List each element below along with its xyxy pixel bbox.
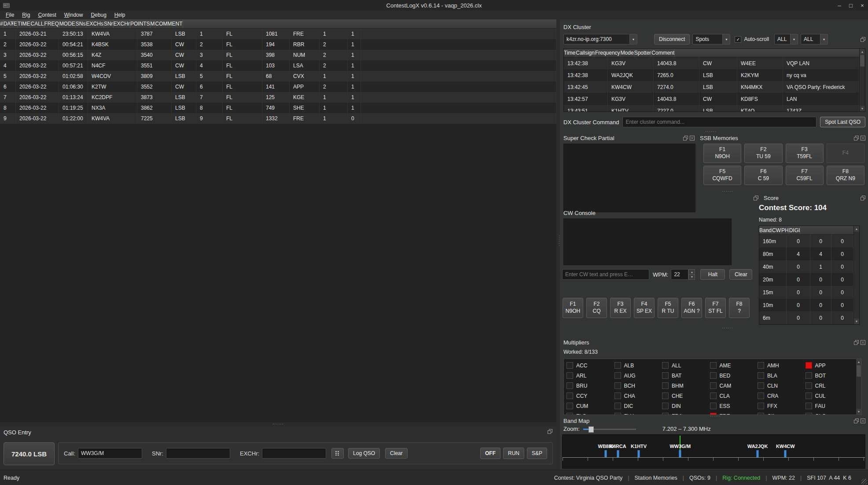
scrollbar[interactable]: ▲ ▼ xyxy=(853,226,859,324)
multiplier-item[interactable]: CRL xyxy=(805,381,853,391)
multiplier-item[interactable]: BHM xyxy=(662,381,710,391)
multiplier-checkbox[interactable] xyxy=(758,392,764,399)
spot-callsign[interactable]: K1HTV xyxy=(631,444,647,449)
ssb-memory-button[interactable]: F1 N9OH xyxy=(703,144,741,163)
spinner-down-icon[interactable]: ▼ xyxy=(688,275,695,280)
scroll-down-icon[interactable]: ▼ xyxy=(854,318,859,324)
multiplier-item[interactable]: ESS xyxy=(710,401,758,411)
column-header[interactable]: TIME xyxy=(18,19,31,28)
column-header[interactable]: POINTS xyxy=(130,19,151,28)
multiplier-item[interactable]: FAU xyxy=(805,401,853,411)
multiplier-item[interactable]: CHE xyxy=(662,391,710,401)
multiplier-item[interactable]: DIC xyxy=(614,401,662,411)
cw-memory-button[interactable]: F4 SP EX xyxy=(634,298,655,318)
column-header[interactable]: Mode xyxy=(621,49,634,57)
snr-input[interactable] xyxy=(166,448,230,459)
multiplier-item[interactable]: ALB xyxy=(614,360,662,370)
multiplier-checkbox[interactable] xyxy=(566,392,573,399)
column-header[interactable]: Callsign xyxy=(576,49,595,57)
multiplier-checkbox[interactable] xyxy=(662,382,669,389)
multiplier-checkbox[interactable] xyxy=(566,372,573,379)
popout-icon[interactable] xyxy=(683,136,688,141)
table-row[interactable]: 8 2026-03-22 01:19:25 NX3A 3862 LSB 8 FL… xyxy=(0,103,556,113)
multiplier-checkbox[interactable] xyxy=(566,382,573,389)
multiplier-checkbox[interactable] xyxy=(614,403,621,409)
spot-marker[interactable] xyxy=(679,450,681,457)
ssb-memory-button[interactable]: F2 TU 59 xyxy=(744,144,782,163)
column-header[interactable]: EXCHs xyxy=(86,19,104,28)
table-row[interactable]: 3 2026-03-22 00:56:15 K4Z 3540 CW 3 FL 3… xyxy=(0,50,556,60)
column-header[interactable]: SNr xyxy=(104,19,114,28)
multiplier-item[interactable]: CLA xyxy=(710,391,758,401)
multiplier-checkbox[interactable] xyxy=(805,403,812,409)
sp-mode-button[interactable]: S&P xyxy=(527,448,547,459)
spot-callsign[interactable]: K4RCA xyxy=(610,444,626,449)
table-row[interactable]: 4 2026-03-22 00:57:21 N4CF 3551 CW 4 FL … xyxy=(0,60,556,71)
horizontal-splitter[interactable]: ······ xyxy=(0,422,556,426)
table-row[interactable]: 1 2026-03-21 23:50:13 KW4VA 3787 LSB 1 F… xyxy=(0,29,556,39)
multiplier-item[interactable]: ARL xyxy=(566,370,614,381)
table-row[interactable]: 9 2026-03-22 01:22:00 KW4VA 7225 LSB 9 F… xyxy=(0,113,556,124)
close-icon[interactable] xyxy=(690,136,695,141)
band-map-canvas[interactable]: WB8RI K4RCA K1HTV WW3G/M xyxy=(562,434,865,469)
run-mode-button[interactable]: RUN xyxy=(503,448,524,459)
entry-clear-button[interactable]: Clear xyxy=(385,448,408,459)
spot-callsign[interactable]: WW3G/M xyxy=(669,444,691,449)
menu-item[interactable]: Help xyxy=(110,11,129,19)
spinner-up-icon[interactable]: ▲ xyxy=(688,269,695,275)
multiplier-checkbox[interactable] xyxy=(805,362,812,369)
scrollbar-thumb[interactable] xyxy=(860,55,864,67)
multiplier-checkbox[interactable] xyxy=(710,382,717,389)
multiplier-checkbox[interactable] xyxy=(758,382,764,389)
multiplier-item[interactable]: FRA xyxy=(662,411,710,415)
multiplier-checkbox[interactable] xyxy=(710,362,717,369)
multiplier-checkbox[interactable] xyxy=(614,392,621,399)
scrollbar[interactable]: ▲ ▼ xyxy=(859,49,865,111)
spot-marker[interactable] xyxy=(638,450,640,457)
ssb-memory-button[interactable]: F3 T59FL xyxy=(786,144,824,163)
slider-handle[interactable] xyxy=(588,426,594,433)
cw-memory-button[interactable]: F8 ? xyxy=(729,298,750,318)
multiplier-checkbox[interactable] xyxy=(614,362,621,369)
multiplier-item[interactable]: ALL xyxy=(662,360,710,370)
multiplier-checkbox[interactable] xyxy=(614,413,621,415)
table-row[interactable]: 7 2026-03-22 01:13:24 KC2DPF 3873 LSB 7 … xyxy=(0,92,556,103)
column-header[interactable]: Time xyxy=(564,49,576,57)
cluster-server-select[interactable]: k4zr.no-ip.org:7300 ▼ xyxy=(563,34,637,44)
multiplier-checkbox[interactable] xyxy=(614,372,621,379)
spot-row[interactable]: 13:42:38 KG3V 14043.8 CW W4EE VQP LAN xyxy=(564,57,859,69)
spot-row[interactable]: 13:42:57 KG3V 14043.8 CW KD8FS LAN xyxy=(564,93,859,105)
multiplier-item[interactable]: GIL xyxy=(758,411,805,415)
wpm-value-input[interactable] xyxy=(671,269,688,280)
spot-marker[interactable] xyxy=(784,450,787,457)
ssb-memory-button[interactable]: F6 C 59 xyxy=(744,166,782,185)
multiplier-item[interactable]: CCY xyxy=(566,391,614,401)
multiplier-checkbox[interactable] xyxy=(662,413,669,415)
multiplier-item[interactable]: BED xyxy=(710,370,758,381)
halt-button[interactable]: Halt xyxy=(700,269,725,280)
ssb-memory-button[interactable]: F8 QRZ N9 xyxy=(827,166,864,185)
log-qso-button[interactable]: Log QSO xyxy=(348,448,380,459)
multiplier-item[interactable]: APP xyxy=(805,360,853,370)
popout-icon[interactable] xyxy=(861,37,865,42)
column-header[interactable]: EXCHr xyxy=(114,19,130,28)
multiplier-item[interactable]: BAT xyxy=(662,370,710,381)
popout-icon[interactable] xyxy=(854,418,859,423)
cw-memory-button[interactable]: F1 N9OH xyxy=(563,298,583,318)
column-header[interactable]: Frequency xyxy=(595,49,621,57)
keypad-icon[interactable] xyxy=(331,448,344,459)
multiplier-item[interactable]: BCH xyxy=(614,381,662,391)
column-header[interactable]: Spotter xyxy=(634,49,652,57)
spot-row[interactable]: 13:43:51 K1HTV 7227.0 LSB KT4O 1743Z xyxy=(564,105,859,111)
multiplier-checkbox[interactable] xyxy=(710,392,717,399)
multiplier-item[interactable]: CHA xyxy=(614,391,662,401)
close-icon[interactable]: × xyxy=(857,0,868,11)
splitter-handle[interactable]: ······ xyxy=(705,130,717,133)
popout-icon[interactable] xyxy=(854,340,859,345)
column-header[interactable]: M xyxy=(151,19,155,28)
band-filter-select[interactable]: ALL ▼ xyxy=(774,34,798,44)
scroll-up-icon[interactable]: ▲ xyxy=(856,359,861,365)
cw-clear-button[interactable]: Clear xyxy=(729,269,752,280)
ssb-memory-button[interactable]: F5 CQWFD xyxy=(703,166,741,185)
popout-icon[interactable] xyxy=(548,429,552,434)
